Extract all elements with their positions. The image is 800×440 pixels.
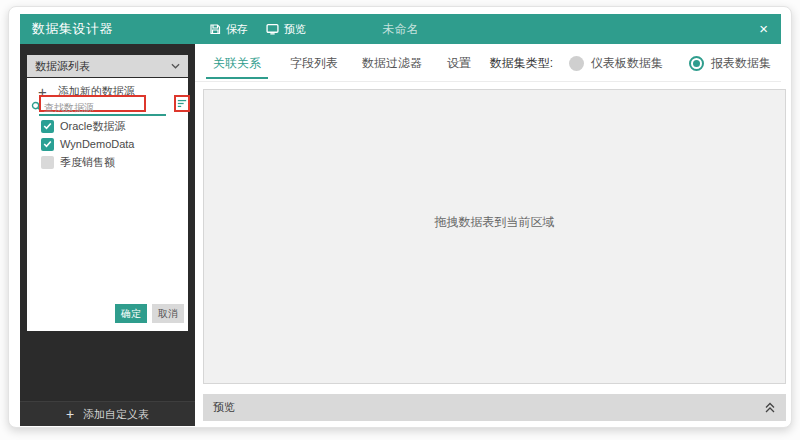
tab-settings[interactable]: 设置 — [440, 44, 478, 82]
datasource-label: Oracle数据源 — [60, 119, 125, 134]
save-label: 保存 — [226, 22, 248, 37]
tab-bar: 关联关系 字段列表 数据过滤器 设置 数据集类型: 仪表板数据集 报表数据集 — [195, 44, 781, 82]
tab-field-list[interactable]: 字段列表 — [283, 44, 345, 82]
tab-data-filter[interactable]: 数据过滤器 — [355, 44, 429, 82]
document-name: 未命名 — [20, 14, 781, 44]
add-custom-table-button[interactable]: + 添加自定义表 — [20, 401, 195, 426]
dataset-type-group: 数据集类型: 仪表板数据集 报表数据集 — [490, 44, 771, 82]
radio-dashboard-label[interactable]: 仪表板数据集 — [591, 55, 663, 72]
radio-dot — [693, 60, 700, 67]
app-title: 数据集设计器 — [32, 20, 113, 38]
app-root: 数据集设计器 保存 预览 — [20, 14, 781, 426]
panel-buttons: 确定 取消 — [115, 304, 184, 323]
app-header: 数据集设计器 保存 预览 — [20, 14, 781, 44]
radio-report-dataset[interactable] — [689, 56, 704, 71]
search-underline — [39, 114, 166, 116]
preview-icon — [266, 23, 279, 35]
datasource-list: Oracle数据源 WynDemoData 季度销售额 — [27, 117, 188, 171]
main-area: 关联关系 字段列表 数据过滤器 设置 数据集类型: 仪表板数据集 报表数据集 拖… — [195, 44, 781, 426]
datasource-item[interactable]: Oracle数据源 — [27, 117, 188, 135]
drop-hint-text: 拖拽数据表到当前区域 — [435, 214, 555, 231]
sort-button[interactable] — [174, 95, 190, 112]
dataset-designer-window: 数据集设计器 保存 预览 — [8, 6, 792, 428]
cancel-button[interactable]: 取消 — [152, 304, 184, 323]
checkbox-unchecked[interactable] — [41, 156, 54, 169]
preview-bar[interactable]: 预览 — [203, 394, 786, 421]
header-actions: 保存 预览 — [209, 14, 306, 44]
datasource-label: WynDemoData — [60, 138, 134, 150]
radio-dashboard-dataset[interactable] — [569, 56, 584, 71]
datasource-panel: + 添加新的数据源 — [27, 78, 188, 331]
search-input[interactable] — [41, 101, 144, 114]
search-input-highlight — [39, 95, 146, 112]
add-custom-table-label: 添加自定义表 — [83, 407, 149, 422]
check-icon — [43, 122, 52, 130]
datasource-list-dropdown[interactable]: 数据源列表 — [27, 55, 188, 77]
tab-relations[interactable]: 关联关系 — [206, 44, 268, 82]
checkbox-checked[interactable] — [41, 120, 54, 133]
plus-icon: + — [66, 406, 74, 422]
preview-bar-label: 预览 — [213, 400, 235, 415]
close-button[interactable]: × — [759, 14, 768, 44]
dropdown-value: 数据源列表 — [35, 59, 90, 74]
search-row — [27, 95, 188, 117]
datasource-item[interactable]: 季度销售额 — [27, 153, 188, 171]
preview-label: 预览 — [284, 22, 306, 37]
save-icon — [209, 23, 221, 35]
checkbox-checked[interactable] — [41, 138, 54, 151]
dataset-type-label: 数据集类型: — [490, 55, 553, 72]
datasource-label: 季度销售额 — [60, 155, 115, 170]
preview-button[interactable]: 预览 — [266, 22, 306, 37]
chevron-down-icon — [171, 63, 180, 69]
radio-report-label[interactable]: 报表数据集 — [711, 55, 771, 72]
datasource-item[interactable]: WynDemoData — [27, 135, 188, 153]
confirm-button[interactable]: 确定 — [115, 304, 147, 323]
save-button[interactable]: 保存 — [209, 22, 248, 37]
sidebar: 数据源列表 + 添加新的数据源 — [20, 44, 195, 426]
sort-icon — [177, 99, 187, 108]
check-icon — [43, 140, 52, 148]
close-icon: × — [759, 20, 768, 37]
table-drop-area[interactable]: 拖拽数据表到当前区域 — [203, 89, 786, 384]
collapse-up-icon[interactable] — [765, 402, 775, 413]
